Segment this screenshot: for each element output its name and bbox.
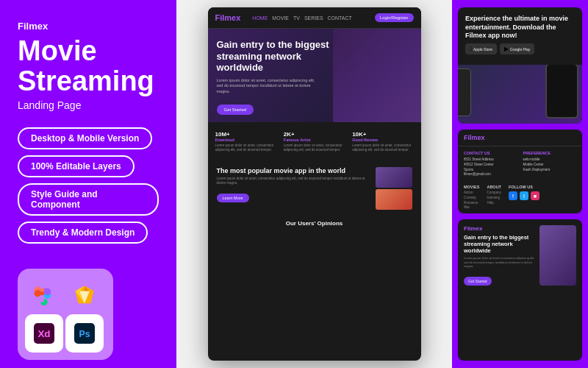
stat-artists: 2K+ Famous Artist Lorem ipsum dolor sit … — [281, 128, 348, 155]
badge-desktop: Desktop & Mobile Version — [18, 127, 152, 149]
mockup-frame: Filmex HOME MOVIE TV SERIES CONTACT Logi… — [208, 7, 421, 361]
brand-label: Filmex — [18, 21, 159, 32]
phone-mockup — [458, 65, 582, 124]
hero-cta-button[interactable]: Get Started — [217, 105, 254, 115]
mobile-cta-button[interactable]: Get Started — [464, 277, 492, 286]
sub-title: Landing Page — [18, 99, 159, 111]
app-download-card: Experience the ultimate in movie enterta… — [458, 7, 582, 124]
nav-link-home: HOME — [252, 15, 268, 21]
follow-col: FOLLOW US f t ■ — [509, 185, 539, 210]
instagram-icon[interactable]: ■ — [531, 191, 539, 200]
stat-reviews: 10K+ Good Review Lorem ipsum dolor sit a… — [349, 128, 416, 155]
store-buttons:  Apple Store ▶ Google Play — [465, 43, 575, 54]
mobile-card-desc: Lorem ipsum dolor sit amet consectetur a… — [464, 256, 535, 269]
left-panel: Filmex Movie Streaming Landing Page Desk… — [0, 0, 176, 368]
nav-link-movie: MOVIE — [272, 15, 289, 21]
phone-shape-front — [545, 65, 578, 118]
filmex-links: MOVIES Action Comedy Romance War ABOUT C… — [458, 182, 582, 213]
mockup-hero: Gain entry to the biggest streaming netw… — [208, 29, 421, 122]
sketch-icon — [65, 276, 104, 314]
mobile-mock-text: Filmex Gain entry to the biggest streami… — [464, 225, 535, 286]
google-play-icon: ▶ — [504, 46, 509, 52]
mobile-mock-inner: Filmex Gain entry to the biggest streami… — [458, 219, 582, 291]
facebook-icon[interactable]: f — [509, 191, 517, 200]
about-col: ABOUT Company licensing Help — [487, 185, 501, 210]
social-icons: f t ■ — [509, 191, 539, 200]
hero-desc: Lorem ipsum dolor sit amet, consectetur … — [217, 78, 320, 95]
contact-card: Filmex CONTACT US 8521 Street Address 40… — [458, 130, 582, 213]
nav-link-series: SERIES — [304, 15, 323, 21]
contact-card-header: Filmex — [458, 130, 582, 146]
mockup-logo: Filmex — [215, 13, 241, 22]
xd-icon: Xd — [25, 314, 63, 353]
contact-logo: Filmex — [464, 134, 485, 141]
learn-more-button[interactable]: Learn More — [217, 194, 249, 202]
contact-col: CONTACT US 8521 Street Address 40512 Str… — [464, 151, 517, 177]
apple-icon:  — [470, 46, 472, 52]
mobile-mockup-card: Filmex Gain entry to the biggest streami… — [458, 219, 582, 361]
app-download-title: Experience the ultimate in movie enterta… — [465, 15, 575, 40]
badges-list: Desktop & Mobile Version 100% Editable L… — [18, 127, 159, 250]
preference-col: PREFERENCE web-mobile Mobile Center Kasi… — [523, 151, 577, 177]
twitter-icon[interactable]: t — [520, 191, 528, 200]
mobile-card-logo: Filmex — [464, 225, 535, 232]
hero-content: Gain entry to the biggest streaming netw… — [217, 39, 412, 115]
hero-title: Gain entry to the biggest streaming netw… — [217, 39, 334, 74]
svg-text:Xd: Xd — [37, 328, 50, 339]
ps-icon: Ps — [65, 314, 104, 353]
figma-icon — [25, 276, 63, 314]
mockup-opinions-section: Our Users' Opinions — [208, 216, 421, 231]
svg-text:Ps: Ps — [79, 329, 90, 339]
app-download-card-content: Experience the ultimate in movie enterta… — [458, 7, 582, 65]
popular-text: The most popular movie app in the world … — [217, 167, 370, 210]
popular-image-1 — [376, 167, 412, 188]
mockup-popular-section: The most popular movie app in the world … — [208, 161, 421, 216]
phone-shape-back — [458, 68, 471, 116]
badge-trendy: Trendy & Modern Design — [18, 222, 148, 244]
mockup-stats: 10M+ Download Lorem ipsum dolor sit amet… — [208, 122, 421, 161]
mockup-nav: Filmex HOME MOVIE TV SERIES CONTACT Logi… — [208, 7, 421, 29]
badge-editable: 100% Editable Layers — [18, 155, 135, 177]
popular-images — [376, 167, 412, 210]
login-register-button[interactable]: Login/Register — [375, 13, 414, 22]
nav-link-contact: CONTACT — [328, 15, 352, 21]
apple-store-button[interactable]:  Apple Store — [465, 43, 497, 54]
mobile-card-image — [539, 225, 576, 286]
right-panel: Experience the ultimate in movie enterta… — [452, 0, 588, 368]
filmex-contact: CONTACT US 8521 Street Address 40512 Str… — [458, 146, 582, 182]
badge-style-guide: Style Guide and Component — [18, 183, 159, 216]
main-title: Movie Streaming — [18, 36, 159, 96]
popular-image-2 — [376, 189, 412, 210]
mockup-nav-links: HOME MOVIE TV SERIES CONTACT — [252, 15, 368, 21]
tools-icons-grid: Xd Ps — [18, 269, 113, 360]
stat-downloads: 10M+ Download Lorem ipsum dolor sit amet… — [212, 128, 279, 155]
center-panel: Filmex HOME MOVIE TV SERIES CONTACT Logi… — [176, 0, 452, 368]
mobile-card-title: Gain entry to the biggest streaming netw… — [464, 234, 535, 254]
nav-link-tv: TV — [293, 15, 300, 21]
google-play-button[interactable]: ▶ Google Play — [500, 43, 534, 54]
movies-col: MOVIES Action Comedy Romance War — [464, 185, 479, 210]
